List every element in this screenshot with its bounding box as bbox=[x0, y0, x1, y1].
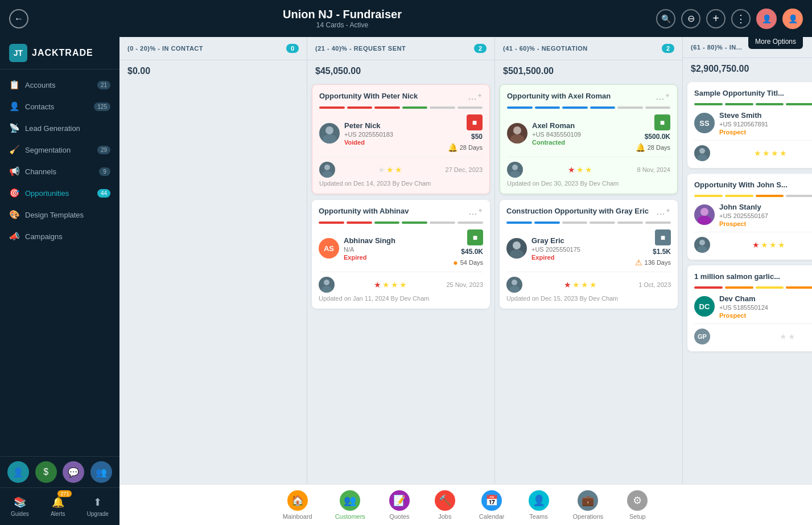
nav-item-quotes[interactable]: 📝 Quotes bbox=[377, 486, 422, 524]
contact-info: John Stanly +US 2025550167 Prospect bbox=[719, 203, 812, 227]
card-menu-button[interactable]: … bbox=[656, 92, 665, 102]
nav-item-teams[interactable]: 👤 Teams bbox=[516, 486, 562, 524]
card-header: Sample Opportunity Titl... ✦ bbox=[694, 89, 812, 99]
column-title-in-contact: (0 - 20)% - IN CONTACT bbox=[127, 45, 203, 52]
column-amount-61-80: $2,900,750.00 bbox=[683, 58, 812, 77]
team-button[interactable]: 👥 bbox=[90, 461, 112, 483]
sidebar-item-opportunities[interactable]: 🎯 Opportunities 44 bbox=[0, 182, 119, 204]
more-button[interactable]: ⋮ bbox=[731, 9, 751, 28]
contact-status: Contracted bbox=[532, 139, 631, 146]
user-avatar-2[interactable]: 👤 bbox=[782, 9, 803, 29]
stars-row: ★ ★ ★ ★ bbox=[564, 280, 597, 289]
nav-item-jobs[interactable]: 🔨 Jobs bbox=[422, 486, 468, 524]
sidebar-item-channels[interactable]: 📢 Channels 9 bbox=[0, 161, 119, 182]
back-button[interactable]: ← bbox=[9, 9, 28, 28]
user-avatar-1[interactable]: 👤 bbox=[756, 9, 777, 29]
page-title: Union NJ - Fundraiser bbox=[283, 8, 402, 21]
mainboard-icon: 🏠 bbox=[287, 490, 308, 511]
card-menu-button[interactable]: … bbox=[656, 207, 665, 217]
sidebar-item-label: Channels bbox=[25, 167, 93, 176]
contact-avatar: AS bbox=[319, 238, 339, 259]
star: ★ bbox=[771, 149, 778, 158]
svg-point-7 bbox=[510, 134, 524, 143]
days-text: 54 Days bbox=[460, 259, 483, 266]
footer-avatar bbox=[319, 277, 335, 293]
operations-label: Operations bbox=[573, 513, 604, 520]
stars-row: ★ ★ ★ ★ bbox=[374, 280, 407, 289]
sidebar-item-lead-generation[interactable]: 📡 Lead Generation bbox=[0, 117, 119, 139]
opportunity-card-gray-eric[interactable]: Construction Opportunity with Gray Eric … bbox=[500, 200, 678, 309]
value-badge: ■ $50 🔔 28 Days bbox=[448, 114, 483, 152]
card-date: 25 Nov, 2023 bbox=[446, 281, 483, 288]
mainboard-label: Mainboard bbox=[283, 513, 312, 520]
column-badge-request-sent: 2 bbox=[474, 44, 487, 53]
sidebar-item-design-templates[interactable]: 🎨 Design Templates bbox=[0, 204, 119, 225]
contact-avatar: DC bbox=[694, 296, 715, 317]
nav-item-calendar[interactable]: 📅 Calendar bbox=[468, 486, 516, 524]
contact-row: Gray Eric +US 2025550175 Expired ■ $1.5K… bbox=[506, 229, 671, 267]
svg-point-6 bbox=[513, 126, 521, 134]
star: ★ bbox=[572, 280, 580, 289]
sidebar-item-campaigns[interactable]: 📣 Campaigns bbox=[0, 225, 119, 247]
stars-row: ★ ★ ★ bbox=[378, 165, 402, 174]
clock-icon: ● bbox=[453, 258, 457, 267]
segmentation-icon: 🧹 bbox=[9, 145, 19, 155]
star: ★ bbox=[374, 280, 381, 289]
guides-button[interactable]: 📚 Guides bbox=[7, 493, 32, 520]
amount-text: $50 bbox=[471, 133, 483, 141]
contact-row: SS Steve Smith +US 9120567891 Prospect ■… bbox=[694, 111, 812, 136]
search-button[interactable]: 🔍 bbox=[656, 9, 675, 28]
opportunity-card-john-stanly[interactable]: Opportunity With John S... bbox=[687, 174, 812, 260]
star: ★ bbox=[378, 165, 385, 174]
card-move-icon: ✦ bbox=[477, 92, 483, 100]
contact-row: Axel Roman +US 8435550109 Contracted ■ $… bbox=[507, 114, 670, 152]
star: ★ bbox=[399, 280, 407, 289]
star: ★ bbox=[769, 240, 777, 249]
nav-item-operations[interactable]: 💼 Operations bbox=[562, 486, 615, 524]
footer-avatar bbox=[694, 237, 710, 253]
star: ★ bbox=[761, 240, 768, 249]
opportunity-card-peter-nick[interactable]: Opportunity With Peter Nick … ✦ bbox=[312, 84, 490, 194]
stars-row: ★ ★ ★ bbox=[568, 165, 592, 174]
alerts-button[interactable]: 🔔 271 Alerts bbox=[47, 493, 69, 520]
card-menu-button[interactable]: … bbox=[468, 207, 477, 217]
opportunity-card-steve-smith[interactable]: Sample Opportunity Titl... ✦ S bbox=[687, 82, 812, 168]
billing-button[interactable]: $ bbox=[35, 461, 57, 483]
shield-badge: ■ bbox=[655, 229, 671, 245]
amount-text: $1.5K bbox=[653, 248, 671, 256]
opportunity-card-dev-cham[interactable]: 1 million salmon garlic... DC bbox=[687, 265, 812, 351]
sidebar-item-label: Contacts bbox=[25, 102, 88, 111]
nav-item-customers[interactable]: 👥 Customers bbox=[324, 486, 377, 524]
sidebar-item-accounts[interactable]: 📋 Accounts 21 bbox=[0, 74, 119, 96]
alerts-icon: 🔔 bbox=[52, 496, 64, 508]
opportunity-card-abhinav[interactable]: Opportunity with Abhinav … ✦ bbox=[312, 200, 490, 309]
svg-point-0 bbox=[325, 126, 333, 134]
nav-item-setup[interactable]: ⚙ Setup bbox=[615, 486, 660, 524]
progress-bar bbox=[694, 286, 812, 289]
calendar-icon: 📅 bbox=[481, 490, 502, 511]
sidebar-item-label: Design Templates bbox=[25, 211, 110, 219]
sidebar-item-contacts[interactable]: 👤 Contacts 125 bbox=[0, 96, 119, 117]
chat-button[interactable]: 💬 bbox=[63, 461, 84, 483]
shield-badge: ■ bbox=[467, 114, 483, 130]
column-cards-in-contact bbox=[119, 80, 307, 484]
nav-item-mainboard[interactable]: 🏠 Mainboard bbox=[271, 486, 324, 524]
filter-button[interactable]: ⊖ bbox=[681, 9, 700, 28]
card-footer: ★ ★ ★ ★ Jan 10, 2024 By bbox=[694, 140, 812, 161]
column-badge-negotiation: 2 bbox=[662, 44, 674, 53]
contact-phone: +US 8435550109 bbox=[532, 131, 631, 138]
upgrade-button[interactable]: ⬆ Upgrade bbox=[84, 493, 112, 520]
contact-row: AS Abhinav Singh N/A Expired ■ $45.0K ● bbox=[319, 229, 483, 267]
user-profile-button[interactable]: 👤 bbox=[7, 461, 29, 483]
contact-avatar bbox=[319, 123, 340, 143]
opportunities-badge: 44 bbox=[97, 189, 110, 198]
opportunity-card-axel-roman[interactable]: Opportunity with Axel Roman … ✦ bbox=[500, 84, 678, 194]
column-amount-negotiation: $501,500.00 bbox=[495, 60, 682, 80]
contact-name: Dev Cham bbox=[719, 294, 812, 303]
teams-icon: 👤 bbox=[529, 490, 549, 511]
sidebar-item-segmentation[interactable]: 🧹 Segmentation 29 bbox=[0, 139, 119, 161]
add-button[interactable]: + bbox=[706, 9, 726, 28]
guides-icon: 📚 bbox=[14, 496, 26, 508]
card-menu-button[interactable]: … bbox=[468, 92, 477, 102]
contact-phone: +US 2025550167 bbox=[719, 212, 812, 219]
